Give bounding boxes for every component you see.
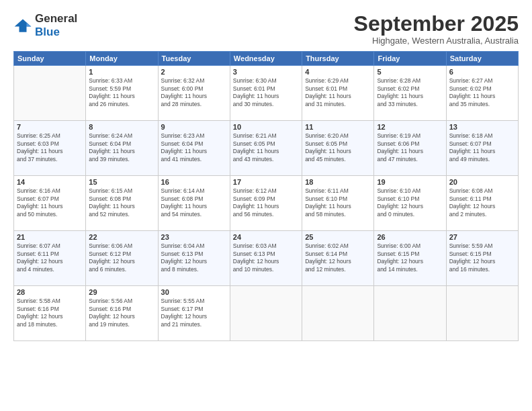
day-info: Sunrise: 6:32 AM Sunset: 6:00 PM Dayligh… bbox=[161, 77, 227, 108]
day-number: 15 bbox=[89, 178, 154, 186]
day-number: 18 bbox=[305, 178, 371, 186]
calendar-cell: 9Sunrise: 6:23 AM Sunset: 6:04 PM Daylig… bbox=[158, 121, 230, 176]
day-number: 26 bbox=[377, 233, 443, 241]
weekday-header-row: SundayMondayTuesdayWednesdayThursdayFrid… bbox=[14, 52, 519, 66]
day-number: 3 bbox=[233, 68, 299, 76]
day-info: Sunrise: 6:18 AM Sunset: 6:07 PM Dayligh… bbox=[449, 132, 515, 163]
day-number: 4 bbox=[305, 68, 371, 76]
logo-text: General Blue bbox=[35, 12, 77, 39]
day-number: 17 bbox=[233, 178, 299, 186]
calendar-week-4: 21Sunrise: 6:07 AM Sunset: 6:11 PM Dayli… bbox=[14, 231, 519, 286]
day-number: 7 bbox=[17, 123, 83, 131]
day-info: Sunrise: 6:30 AM Sunset: 6:01 PM Dayligh… bbox=[233, 77, 299, 108]
day-number: 8 bbox=[89, 123, 154, 131]
location: Highgate, Western Australia, Australia bbox=[354, 36, 519, 46]
day-info: Sunrise: 6:12 AM Sunset: 6:09 PM Dayligh… bbox=[233, 187, 299, 218]
day-info: Sunrise: 6:08 AM Sunset: 6:11 PM Dayligh… bbox=[449, 187, 515, 218]
day-number: 30 bbox=[161, 288, 227, 296]
day-info: Sunrise: 6:14 AM Sunset: 6:08 PM Dayligh… bbox=[161, 187, 227, 218]
day-number: 28 bbox=[17, 288, 83, 296]
day-info: Sunrise: 6:23 AM Sunset: 6:04 PM Dayligh… bbox=[161, 132, 227, 163]
calendar-cell: 27Sunrise: 5:59 AM Sunset: 6:15 PM Dayli… bbox=[446, 231, 518, 286]
calendar-cell: 22Sunrise: 6:06 AM Sunset: 6:12 PM Dayli… bbox=[86, 231, 158, 286]
calendar-page: General Blue September 2025 Highgate, We… bbox=[0, 0, 532, 411]
calendar-cell bbox=[230, 286, 302, 341]
calendar-cell: 6Sunrise: 6:27 AM Sunset: 6:02 PM Daylig… bbox=[446, 66, 518, 121]
calendar-cell: 29Sunrise: 5:56 AM Sunset: 6:16 PM Dayli… bbox=[86, 286, 158, 341]
calendar-cell: 11Sunrise: 6:20 AM Sunset: 6:05 PM Dayli… bbox=[302, 121, 374, 176]
day-number: 22 bbox=[89, 233, 154, 241]
day-info: Sunrise: 6:02 AM Sunset: 6:14 PM Dayligh… bbox=[305, 242, 371, 273]
day-number: 20 bbox=[449, 178, 515, 186]
logo-general: General bbox=[35, 12, 77, 25]
day-info: Sunrise: 6:11 AM Sunset: 6:10 PM Dayligh… bbox=[305, 187, 371, 218]
calendar-cell: 3Sunrise: 6:30 AM Sunset: 6:01 PM Daylig… bbox=[230, 66, 302, 121]
calendar-cell: 21Sunrise: 6:07 AM Sunset: 6:11 PM Dayli… bbox=[14, 231, 86, 286]
calendar-cell: 4Sunrise: 6:29 AM Sunset: 6:01 PM Daylig… bbox=[302, 66, 374, 121]
day-number: 13 bbox=[449, 123, 515, 131]
calendar-cell: 2Sunrise: 6:32 AM Sunset: 6:00 PM Daylig… bbox=[158, 66, 230, 121]
day-number: 16 bbox=[161, 178, 227, 186]
calendar-cell: 28Sunrise: 5:58 AM Sunset: 6:16 PM Dayli… bbox=[14, 286, 86, 341]
day-info: Sunrise: 6:16 AM Sunset: 6:07 PM Dayligh… bbox=[17, 187, 83, 218]
day-number: 2 bbox=[161, 68, 227, 76]
day-info: Sunrise: 6:28 AM Sunset: 6:02 PM Dayligh… bbox=[377, 77, 443, 108]
calendar-cell: 12Sunrise: 6:19 AM Sunset: 6:06 PM Dayli… bbox=[374, 121, 446, 176]
day-info: Sunrise: 6:33 AM Sunset: 5:59 PM Dayligh… bbox=[89, 77, 154, 108]
logo: General Blue bbox=[13, 12, 77, 39]
calendar-cell: 26Sunrise: 6:00 AM Sunset: 6:15 PM Dayli… bbox=[374, 231, 446, 286]
weekday-header-sunday: Sunday bbox=[14, 52, 86, 66]
page-header: General Blue September 2025 Highgate, We… bbox=[13, 12, 519, 46]
day-number: 19 bbox=[377, 178, 443, 186]
day-number: 27 bbox=[449, 233, 515, 241]
calendar-cell bbox=[446, 286, 518, 341]
calendar-cell: 7Sunrise: 6:25 AM Sunset: 6:03 PM Daylig… bbox=[14, 121, 86, 176]
day-number: 11 bbox=[305, 123, 371, 131]
day-info: Sunrise: 6:06 AM Sunset: 6:12 PM Dayligh… bbox=[89, 242, 154, 273]
weekday-header-thursday: Thursday bbox=[302, 52, 374, 66]
calendar-cell: 5Sunrise: 6:28 AM Sunset: 6:02 PM Daylig… bbox=[374, 66, 446, 121]
day-info: Sunrise: 6:03 AM Sunset: 6:13 PM Dayligh… bbox=[233, 242, 299, 273]
calendar-cell bbox=[374, 286, 446, 341]
day-number: 5 bbox=[377, 68, 443, 76]
weekday-header-saturday: Saturday bbox=[446, 52, 518, 66]
calendar-cell: 1Sunrise: 6:33 AM Sunset: 5:59 PM Daylig… bbox=[86, 66, 158, 121]
day-info: Sunrise: 6:25 AM Sunset: 6:03 PM Dayligh… bbox=[17, 132, 83, 163]
day-number: 6 bbox=[449, 68, 515, 76]
day-info: Sunrise: 5:55 AM Sunset: 6:17 PM Dayligh… bbox=[161, 298, 227, 328]
day-info: Sunrise: 6:00 AM Sunset: 6:15 PM Dayligh… bbox=[377, 242, 443, 273]
weekday-header-monday: Monday bbox=[86, 52, 158, 66]
calendar-cell bbox=[14, 66, 86, 121]
calendar-cell: 30Sunrise: 5:55 AM Sunset: 6:17 PM Dayli… bbox=[158, 286, 230, 341]
day-number: 21 bbox=[17, 233, 83, 241]
day-number: 25 bbox=[305, 233, 371, 241]
day-info: Sunrise: 6:19 AM Sunset: 6:06 PM Dayligh… bbox=[377, 132, 443, 163]
calendar-cell: 20Sunrise: 6:08 AM Sunset: 6:11 PM Dayli… bbox=[446, 176, 518, 231]
calendar-header: SundayMondayTuesdayWednesdayThursdayFrid… bbox=[14, 52, 519, 66]
day-number: 29 bbox=[89, 288, 154, 296]
day-info: Sunrise: 6:24 AM Sunset: 6:04 PM Dayligh… bbox=[89, 132, 154, 163]
day-number: 9 bbox=[161, 123, 227, 131]
weekday-header-tuesday: Tuesday bbox=[158, 52, 230, 66]
day-number: 12 bbox=[377, 123, 443, 131]
calendar-cell: 13Sunrise: 6:18 AM Sunset: 6:07 PM Dayli… bbox=[446, 121, 518, 176]
logo-blue: Blue bbox=[35, 26, 60, 38]
calendar-cell: 23Sunrise: 6:04 AM Sunset: 6:13 PM Dayli… bbox=[158, 231, 230, 286]
day-info: Sunrise: 6:27 AM Sunset: 6:02 PM Dayligh… bbox=[449, 77, 515, 108]
day-number: 14 bbox=[17, 178, 83, 186]
calendar-cell: 8Sunrise: 6:24 AM Sunset: 6:04 PM Daylig… bbox=[86, 121, 158, 176]
calendar-cell bbox=[302, 286, 374, 341]
calendar-cell: 10Sunrise: 6:21 AM Sunset: 6:05 PM Dayli… bbox=[230, 121, 302, 176]
day-number: 1 bbox=[89, 68, 154, 76]
calendar-cell: 17Sunrise: 6:12 AM Sunset: 6:09 PM Dayli… bbox=[230, 176, 302, 231]
calendar-week-3: 14Sunrise: 6:16 AM Sunset: 6:07 PM Dayli… bbox=[14, 176, 519, 231]
day-info: Sunrise: 6:29 AM Sunset: 6:01 PM Dayligh… bbox=[305, 77, 371, 108]
calendar-cell: 16Sunrise: 6:14 AM Sunset: 6:08 PM Dayli… bbox=[158, 176, 230, 231]
calendar-cell: 25Sunrise: 6:02 AM Sunset: 6:14 PM Dayli… bbox=[302, 231, 374, 286]
calendar-body: 1Sunrise: 6:33 AM Sunset: 5:59 PM Daylig… bbox=[14, 66, 519, 341]
day-info: Sunrise: 5:56 AM Sunset: 6:16 PM Dayligh… bbox=[89, 298, 154, 328]
calendar-cell: 18Sunrise: 6:11 AM Sunset: 6:10 PM Dayli… bbox=[302, 176, 374, 231]
day-info: Sunrise: 6:15 AM Sunset: 6:08 PM Dayligh… bbox=[89, 187, 154, 218]
day-number: 24 bbox=[233, 233, 299, 241]
calendar-cell: 19Sunrise: 6:10 AM Sunset: 6:10 PM Dayli… bbox=[374, 176, 446, 231]
